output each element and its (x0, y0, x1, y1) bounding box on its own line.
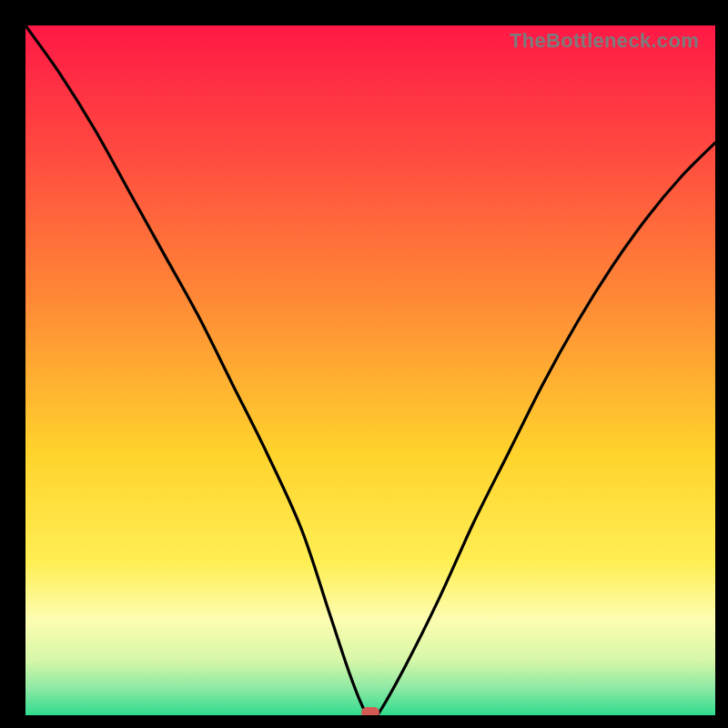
chart-frame: TheBottleneck.com (0, 0, 728, 728)
plot-area: TheBottleneck.com (25, 25, 715, 715)
minimum-marker (361, 707, 379, 715)
bottleneck-curve (25, 25, 715, 715)
